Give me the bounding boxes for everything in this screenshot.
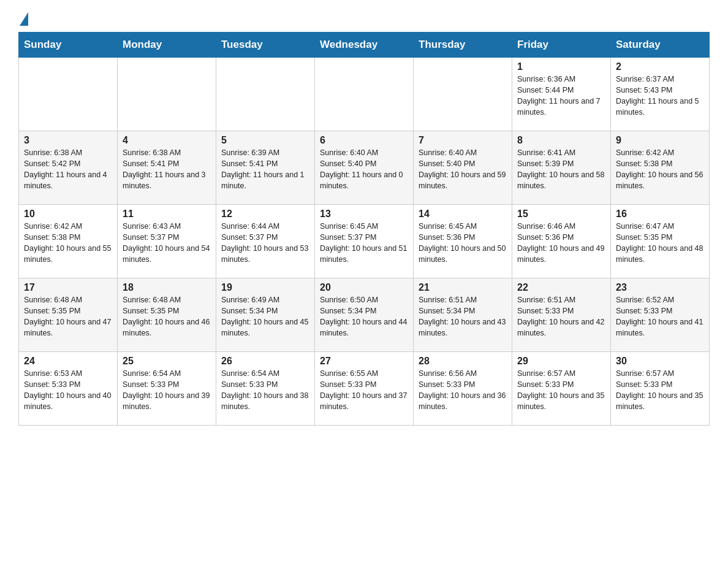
logo-triangle-icon — [20, 12, 28, 26]
calendar-cell: 18Sunrise: 6:48 AM Sunset: 5:35 PM Dayli… — [118, 278, 216, 352]
calendar-cell: 13Sunrise: 6:45 AM Sunset: 5:37 PM Dayli… — [315, 205, 414, 278]
day-number: 7 — [419, 135, 507, 146]
day-number: 14 — [419, 209, 507, 220]
day-number: 8 — [517, 135, 605, 146]
logo — [18, 12, 28, 26]
calendar-cell — [19, 58, 118, 131]
day-number: 9 — [616, 135, 704, 146]
calendar-cell: 2Sunrise: 6:37 AM Sunset: 5:43 PM Daylig… — [611, 58, 710, 131]
calendar-cell: 25Sunrise: 6:54 AM Sunset: 5:33 PM Dayli… — [118, 352, 216, 426]
day-info: Sunrise: 6:51 AM Sunset: 5:33 PM Dayligh… — [517, 294, 605, 339]
calendar-cell: 22Sunrise: 6:51 AM Sunset: 5:33 PM Dayli… — [512, 278, 611, 352]
calendar-cell: 20Sunrise: 6:50 AM Sunset: 5:34 PM Dayli… — [315, 278, 414, 352]
day-number: 18 — [123, 282, 211, 293]
calendar-week-row: 1Sunrise: 6:36 AM Sunset: 5:44 PM Daylig… — [19, 58, 710, 131]
day-of-week-header: Wednesday — [315, 33, 414, 58]
day-of-week-header: Friday — [512, 33, 611, 58]
calendar-cell: 21Sunrise: 6:51 AM Sunset: 5:34 PM Dayli… — [414, 278, 512, 352]
day-number: 1 — [517, 61, 605, 72]
day-number: 29 — [517, 356, 605, 367]
calendar-cell: 15Sunrise: 6:46 AM Sunset: 5:36 PM Dayli… — [512, 205, 611, 278]
calendar-cell — [315, 58, 414, 131]
day-number: 3 — [24, 135, 112, 146]
calendar-week-row: 3Sunrise: 6:38 AM Sunset: 5:42 PM Daylig… — [19, 131, 710, 205]
day-number: 30 — [616, 356, 704, 367]
day-info: Sunrise: 6:42 AM Sunset: 5:38 PM Dayligh… — [616, 147, 704, 192]
day-info: Sunrise: 6:42 AM Sunset: 5:38 PM Dayligh… — [24, 221, 112, 266]
calendar-cell: 29Sunrise: 6:57 AM Sunset: 5:33 PM Dayli… — [512, 352, 611, 426]
day-of-week-header: Thursday — [414, 33, 512, 58]
calendar-cell: 26Sunrise: 6:54 AM Sunset: 5:33 PM Dayli… — [216, 352, 315, 426]
calendar-cell: 8Sunrise: 6:41 AM Sunset: 5:39 PM Daylig… — [512, 131, 611, 205]
day-number: 15 — [517, 209, 605, 220]
calendar-cell: 23Sunrise: 6:52 AM Sunset: 5:33 PM Dayli… — [611, 278, 710, 352]
day-info: Sunrise: 6:52 AM Sunset: 5:33 PM Dayligh… — [616, 294, 704, 339]
day-of-week-header: Saturday — [611, 33, 710, 58]
calendar-cell: 24Sunrise: 6:53 AM Sunset: 5:33 PM Dayli… — [19, 352, 118, 426]
day-info: Sunrise: 6:39 AM Sunset: 5:41 PM Dayligh… — [221, 147, 309, 192]
calendar-table: SundayMondayTuesdayWednesdayThursdayFrid… — [18, 32, 710, 426]
day-info: Sunrise: 6:38 AM Sunset: 5:42 PM Dayligh… — [24, 147, 112, 192]
day-number: 10 — [24, 209, 112, 220]
day-number: 13 — [320, 209, 408, 220]
day-number: 6 — [320, 135, 408, 146]
day-of-week-header: Monday — [118, 33, 216, 58]
day-number: 16 — [616, 209, 704, 220]
day-number: 21 — [419, 282, 507, 293]
calendar-cell: 6Sunrise: 6:40 AM Sunset: 5:40 PM Daylig… — [315, 131, 414, 205]
calendar-cell: 9Sunrise: 6:42 AM Sunset: 5:38 PM Daylig… — [611, 131, 710, 205]
day-number: 5 — [221, 135, 309, 146]
day-info: Sunrise: 6:43 AM Sunset: 5:37 PM Dayligh… — [123, 221, 211, 266]
day-info: Sunrise: 6:51 AM Sunset: 5:34 PM Dayligh… — [419, 294, 507, 339]
day-info: Sunrise: 6:36 AM Sunset: 5:44 PM Dayligh… — [517, 74, 605, 118]
calendar-cell: 4Sunrise: 6:38 AM Sunset: 5:41 PM Daylig… — [118, 131, 216, 205]
calendar-cell: 3Sunrise: 6:38 AM Sunset: 5:42 PM Daylig… — [19, 131, 118, 205]
day-info: Sunrise: 6:48 AM Sunset: 5:35 PM Dayligh… — [24, 294, 112, 339]
page-header — [18, 12, 710, 26]
day-number: 19 — [221, 282, 309, 293]
day-number: 26 — [221, 356, 309, 367]
day-info: Sunrise: 6:50 AM Sunset: 5:34 PM Dayligh… — [320, 294, 408, 339]
calendar-week-row: 10Sunrise: 6:42 AM Sunset: 5:38 PM Dayli… — [19, 205, 710, 278]
calendar-cell: 19Sunrise: 6:49 AM Sunset: 5:34 PM Dayli… — [216, 278, 315, 352]
calendar-cell: 16Sunrise: 6:47 AM Sunset: 5:35 PM Dayli… — [611, 205, 710, 278]
day-info: Sunrise: 6:44 AM Sunset: 5:37 PM Dayligh… — [221, 221, 309, 266]
calendar-cell: 28Sunrise: 6:56 AM Sunset: 5:33 PM Dayli… — [414, 352, 512, 426]
day-number: 25 — [123, 356, 211, 367]
day-number: 24 — [24, 356, 112, 367]
calendar-cell: 7Sunrise: 6:40 AM Sunset: 5:40 PM Daylig… — [414, 131, 512, 205]
calendar-cell: 12Sunrise: 6:44 AM Sunset: 5:37 PM Dayli… — [216, 205, 315, 278]
day-info: Sunrise: 6:57 AM Sunset: 5:33 PM Dayligh… — [517, 368, 605, 413]
calendar-cell: 14Sunrise: 6:45 AM Sunset: 5:36 PM Dayli… — [414, 205, 512, 278]
calendar-cell: 5Sunrise: 6:39 AM Sunset: 5:41 PM Daylig… — [216, 131, 315, 205]
calendar-cell — [118, 58, 216, 131]
day-number: 4 — [123, 135, 211, 146]
day-number: 20 — [320, 282, 408, 293]
day-number: 28 — [419, 356, 507, 367]
day-info: Sunrise: 6:53 AM Sunset: 5:33 PM Dayligh… — [24, 368, 112, 413]
calendar-cell: 17Sunrise: 6:48 AM Sunset: 5:35 PM Dayli… — [19, 278, 118, 352]
day-of-week-header: Sunday — [19, 33, 118, 58]
day-info: Sunrise: 6:46 AM Sunset: 5:36 PM Dayligh… — [517, 221, 605, 266]
day-number: 17 — [24, 282, 112, 293]
day-of-week-header: Tuesday — [216, 33, 315, 58]
day-number: 27 — [320, 356, 408, 367]
day-info: Sunrise: 6:40 AM Sunset: 5:40 PM Dayligh… — [419, 147, 507, 192]
calendar-week-row: 17Sunrise: 6:48 AM Sunset: 5:35 PM Dayli… — [19, 278, 710, 352]
day-number: 22 — [517, 282, 605, 293]
day-number: 11 — [123, 209, 211, 220]
day-info: Sunrise: 6:55 AM Sunset: 5:33 PM Dayligh… — [320, 368, 408, 413]
day-number: 23 — [616, 282, 704, 293]
calendar-cell: 27Sunrise: 6:55 AM Sunset: 5:33 PM Dayli… — [315, 352, 414, 426]
calendar-cell: 11Sunrise: 6:43 AM Sunset: 5:37 PM Dayli… — [118, 205, 216, 278]
day-info: Sunrise: 6:40 AM Sunset: 5:40 PM Dayligh… — [320, 147, 408, 192]
calendar-cell — [216, 58, 315, 131]
calendar-cell: 10Sunrise: 6:42 AM Sunset: 5:38 PM Dayli… — [19, 205, 118, 278]
day-info: Sunrise: 6:37 AM Sunset: 5:43 PM Dayligh… — [616, 74, 704, 118]
day-info: Sunrise: 6:49 AM Sunset: 5:34 PM Dayligh… — [221, 294, 309, 339]
day-number: 12 — [221, 209, 309, 220]
calendar-header-row: SundayMondayTuesdayWednesdayThursdayFrid… — [19, 33, 710, 58]
day-info: Sunrise: 6:57 AM Sunset: 5:33 PM Dayligh… — [616, 368, 704, 413]
day-info: Sunrise: 6:54 AM Sunset: 5:33 PM Dayligh… — [221, 368, 309, 413]
day-number: 2 — [616, 61, 704, 72]
